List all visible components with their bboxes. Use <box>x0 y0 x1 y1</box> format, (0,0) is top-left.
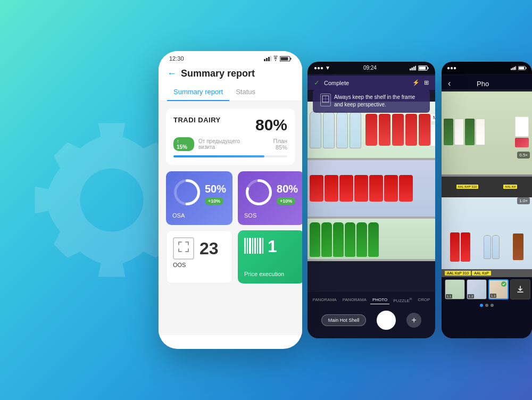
phone2-time: 09:24 <box>363 65 377 71</box>
phone2-header-bar: ✓ Complete ⚡ ⊞ <box>307 76 435 90</box>
photo-tabs: PANORAMA PANORAMA PHOTO PUZZLER CROP <box>307 296 435 304</box>
zoom-10-label: 1.0× <box>517 197 530 204</box>
tab-crop[interactable]: CROP <box>415 296 432 304</box>
hint-text: Always keep the shelf in the frame and k… <box>334 94 422 109</box>
phones-container: 12:30 ← <box>0 0 532 400</box>
thumbnail-2[interactable]: 1.2 <box>467 279 487 299</box>
dot-2 <box>485 304 488 307</box>
main-shell-button[interactable]: Main Hot Shell <box>321 314 367 326</box>
phone3-shelf-top <box>442 89 532 177</box>
tab-status[interactable]: Status <box>229 84 262 101</box>
store-percent: 80% <box>255 116 287 134</box>
oos-content: 23 <box>173 237 226 260</box>
svg-rect-1 <box>266 58 268 61</box>
osa-progress-circle <box>172 178 202 207</box>
svg-rect-22 <box>413 66 415 70</box>
thumbnail-1[interactable]: 1.1 <box>445 279 465 299</box>
phone-3: ●●● ‹ Pho <box>442 62 532 338</box>
svg-rect-7 <box>281 57 288 60</box>
oos-label: OOS <box>173 262 226 268</box>
thumb-label-2: 1.2 <box>468 294 474 298</box>
pagination-dots <box>442 302 532 309</box>
tab-photo[interactable]: PHOTO <box>370 296 389 304</box>
svg-rect-3 <box>270 56 271 61</box>
price-label-2: AAL KsP <box>472 271 491 276</box>
back-button[interactable]: ← <box>167 68 177 79</box>
sos-circle <box>244 178 273 207</box>
oos-card[interactable]: 23 OOS <box>166 230 232 284</box>
photo-hint-box: Always keep the shelf in the frame and k… <box>313 89 430 113</box>
oos-icon <box>173 237 194 260</box>
phone3-back-button[interactable]: ‹ <box>448 79 451 88</box>
dot-active <box>480 304 483 307</box>
expand-icon <box>177 240 190 253</box>
price-label-strip: AAL KsP 310 AAL KsP <box>442 269 532 277</box>
phone-content: TRADI DAIRY 80% ↑ 15% От предыдущего виз… <box>159 101 302 335</box>
dot-3 <box>491 304 494 307</box>
phone-2: ●●● ▼ 09:24 <box>307 62 435 338</box>
add-button[interactable]: + <box>406 313 421 328</box>
plan-text: План 85% <box>261 138 287 151</box>
check-icon: ✓ <box>314 79 320 87</box>
phone-header-1: ← Summary report <box>159 64 302 79</box>
svg-rect-17 <box>257 238 258 254</box>
tab-puzzle[interactable]: PUZZLER <box>391 296 414 304</box>
osa-label: OSA <box>172 212 226 219</box>
shelf-row-3 <box>307 219 435 261</box>
tab-panorama-2[interactable]: PANORAMA <box>340 296 369 304</box>
barcode-icon <box>244 238 263 256</box>
osa-card[interactable]: 50% +10% OSA <box>166 171 232 225</box>
svg-rect-14 <box>249 238 251 254</box>
osa-value: 50% <box>205 183 226 195</box>
phone2-battery-icon <box>418 65 429 71</box>
complete-text: Complete <box>324 80 349 86</box>
thumb-label-3: 1.3 <box>490 294 496 298</box>
progress-bar <box>173 155 287 157</box>
phone3-signal-icon <box>511 66 516 70</box>
price-value: 1 <box>268 237 277 256</box>
svg-rect-13 <box>247 238 248 254</box>
phone3-header: ‹ Pho <box>442 76 532 91</box>
phone3-status-bar: ●●● <box>442 62 532 74</box>
thumb-label-1: 1.1 <box>446 294 452 298</box>
phone3-screen: ●●● ‹ Pho <box>442 62 532 338</box>
thumbnail-3[interactable]: 1.3 <box>488 279 509 299</box>
bolt-icon: ⚡ <box>412 79 420 86</box>
phone2-signal-icon <box>410 65 416 71</box>
svg-rect-32 <box>514 66 515 70</box>
svg-rect-21 <box>411 68 413 70</box>
phone3-bottom: AAL KsP 310 AAL KsP 1.1 1.2 1. <box>442 269 532 338</box>
zoom-05-label: 0.5× <box>517 152 530 159</box>
svg-rect-35 <box>526 67 526 69</box>
sos-value: 80% <box>277 183 298 195</box>
phone2-left-icons: ●●● ▼ <box>314 65 330 71</box>
shelf-row-2 <box>307 160 435 219</box>
svg-rect-0 <box>264 59 265 61</box>
thumbnail-download[interactable] <box>510 279 530 299</box>
change-badge: ↑ 15% <box>173 137 194 151</box>
barcode-svg <box>244 238 263 254</box>
download-icon <box>516 285 525 294</box>
sos-label: SOS <box>244 212 298 219</box>
svg-rect-19 <box>262 238 263 254</box>
svg-rect-6 <box>290 57 292 60</box>
price-card[interactable]: 1 Price execution <box>238 230 302 284</box>
shutter-button[interactable] <box>377 311 396 330</box>
tab-summary-report[interactable]: Summary report <box>167 84 229 101</box>
meta-text: От предыдущего визита <box>198 138 256 150</box>
photo-controls: Main Hot Shell + <box>307 309 435 334</box>
tab-panorama-1[interactable]: PANORAMA <box>311 296 339 304</box>
check-badge <box>501 281 506 287</box>
svg-rect-25 <box>428 67 429 69</box>
check-mark <box>502 282 505 286</box>
svg-rect-23 <box>415 65 416 70</box>
sos-card[interactable]: 80% +10% SOS <box>238 171 302 225</box>
shelf-bg: AAL K#P 310 AAL K# <box>442 89 532 297</box>
status-bar-1: 12:30 <box>159 51 302 64</box>
phone2-screen: ●●● ▼ 09:24 <box>307 62 435 338</box>
frame-icon <box>322 95 329 103</box>
svg-rect-31 <box>512 68 513 70</box>
time-display: 12:30 <box>169 55 184 62</box>
svg-rect-12 <box>244 238 246 254</box>
grid-icon: ⊞ <box>424 79 429 86</box>
